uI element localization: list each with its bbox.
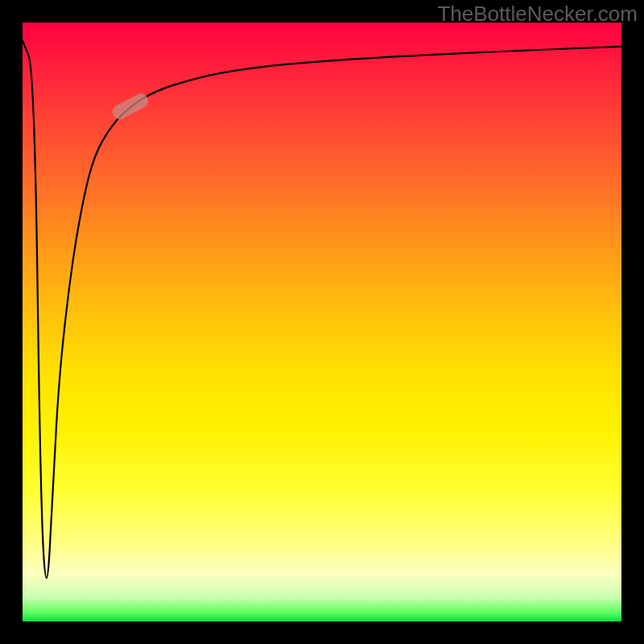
frame-border-bottom: [0, 621, 644, 644]
bottleneck-curve: [23, 40, 621, 578]
frame-border-right: [621, 0, 644, 644]
watermark-text: TheBottleNecker.com: [437, 2, 638, 27]
frame-border-left: [0, 0, 23, 644]
svg-rect-0: [110, 91, 151, 122]
curve-marker: [110, 91, 151, 122]
curve-svg: [23, 23, 621, 621]
plot-area: [23, 23, 621, 621]
